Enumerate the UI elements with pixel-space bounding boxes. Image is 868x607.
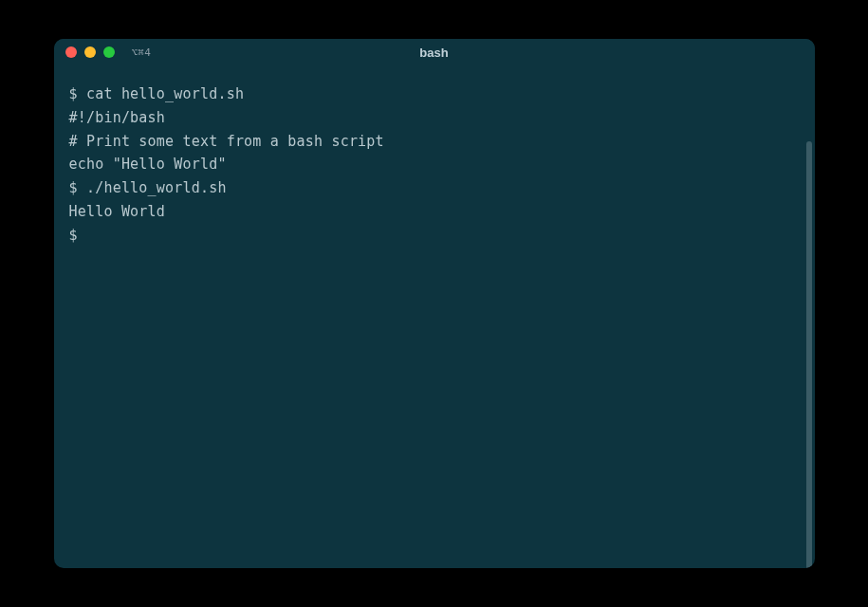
minimize-button[interactable] [84,46,96,58]
terminal-line: # Print some text from a bash script [69,130,800,154]
tab-shortcut-label: ⌥⌘4 [132,46,151,59]
scrollbar[interactable] [806,141,812,568]
terminal-body[interactable]: $ cat hello_world.sh #!/bin/bash # Print… [54,65,815,568]
close-button[interactable] [65,46,77,58]
window-title: bash [419,46,448,60]
terminal-line: Hello World [69,200,800,224]
terminal-line: #!/bin/bash [69,106,800,130]
terminal-line: $ ./hello_world.sh [69,176,800,200]
terminal-window: ⌥⌘4 bash $ cat hello_world.sh #!/bin/bas… [54,39,815,568]
terminal-line: $ [69,224,800,248]
titlebar[interactable]: ⌥⌘4 bash [54,39,815,65]
traffic-lights [65,46,115,58]
terminal-line: echo "Hello World" [69,153,800,176]
maximize-button[interactable] [103,46,115,58]
terminal-line: $ cat hello_world.sh [69,83,800,106]
